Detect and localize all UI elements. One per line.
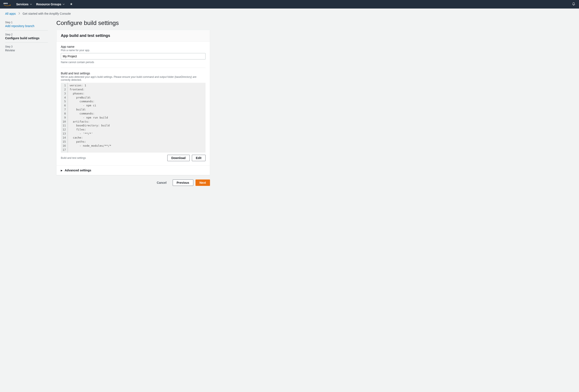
field-helper: Name cannot contain periods <box>61 61 206 64</box>
page-title: Configure build settings <box>56 20 210 26</box>
divider <box>61 67 206 68</box>
field-hint: Pick a name for your app. <box>61 49 206 52</box>
step-title: Add repository branch <box>5 24 48 28</box>
yaml-editor[interactable]: 1234567891011121314151617 version: 1fron… <box>61 83 206 153</box>
previous-button[interactable]: Previous <box>173 179 193 186</box>
breadcrumb-all-apps[interactable]: All apps <box>5 12 16 15</box>
aws-logo[interactable]: aws <box>3 2 11 7</box>
app-name-input[interactable] <box>61 53 206 59</box>
global-nav: aws Services Resource Groups <box>0 0 579 8</box>
svg-text:aws: aws <box>3 2 8 4</box>
chevron-down-icon <box>63 2 65 6</box>
wizard-step-1[interactable]: Step 1 Add repository branch <box>5 20 48 30</box>
nav-resource-groups[interactable]: Resource Groups <box>36 2 65 6</box>
app-name-field: App name Pick a name for your app. Name … <box>61 45 206 64</box>
advanced-settings-label: Advanced settings <box>65 168 91 172</box>
nav-services[interactable]: Services <box>16 2 32 6</box>
download-button[interactable]: Download <box>167 155 190 161</box>
field-hint: We've auto-detected your app's build set… <box>61 75 206 81</box>
editor-gutter: 1234567891011121314151617 <box>61 83 68 153</box>
breadcrumb: All apps Get started with the Amplify Co… <box>5 12 574 15</box>
cancel-button[interactable]: Cancel <box>153 180 170 186</box>
next-button[interactable]: Next <box>196 179 210 186</box>
pin-icon[interactable] <box>70 2 73 6</box>
field-label: App name <box>61 45 206 48</box>
step-title: Review <box>5 49 48 52</box>
triangle-right-icon: ▶ <box>61 169 63 171</box>
step-tag: Step 2 <box>5 33 48 36</box>
edit-button[interactable]: Edit <box>192 155 206 161</box>
wizard-step-2: Step 2 Configure build settings <box>5 32 48 43</box>
editor-content[interactable]: version: 1frontend: phases: preBuild: co… <box>68 83 206 153</box>
wizard-nav: Cancel Previous Next <box>56 179 210 186</box>
nav-resource-groups-label: Resource Groups <box>36 2 61 6</box>
wizard-step-3: Step 3 Review <box>5 44 48 55</box>
field-label: Build and test settings <box>61 72 206 75</box>
breadcrumb-current: Get started with the Amplify Console <box>23 12 71 15</box>
notifications-icon[interactable] <box>572 2 576 7</box>
panel-header: App build and test settings <box>57 30 210 42</box>
build-settings-field: Build and test settings We've auto-detec… <box>61 72 206 161</box>
step-tag: Step 1 <box>5 21 48 24</box>
panel-title: App build and test settings <box>61 33 206 38</box>
step-title: Configure build settings <box>5 36 48 40</box>
advanced-settings-expander[interactable]: ▶ Advanced settings <box>57 166 210 175</box>
wizard-steps-sidebar: Step 1 Add repository branch Step 2 Conf… <box>5 20 48 186</box>
chevron-down-icon <box>30 2 32 6</box>
editor-footer-label: Build and test settings <box>61 157 86 160</box>
step-tag: Step 3 <box>5 45 48 48</box>
nav-services-label: Services <box>16 2 29 6</box>
chevron-right-icon <box>18 12 20 15</box>
build-settings-panel: App build and test settings App name Pic… <box>56 30 210 175</box>
